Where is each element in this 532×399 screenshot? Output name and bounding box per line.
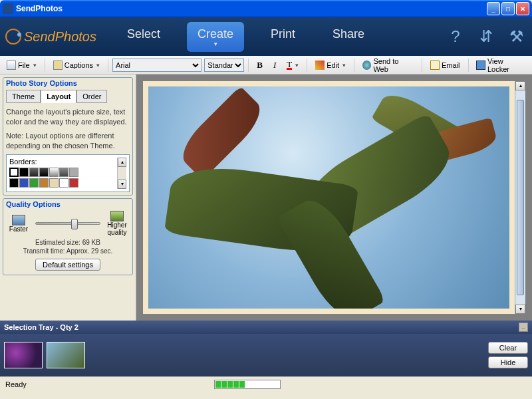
settings-icon[interactable]: ⚒ <box>507 27 527 47</box>
faster-label: Faster <box>9 225 28 233</box>
higher-quality-icon <box>110 211 124 221</box>
tab-layout[interactable]: Layout <box>41 90 76 103</box>
maximize-button[interactable]: □ <box>501 2 515 15</box>
bold-button[interactable]: B <box>253 58 267 72</box>
scroll-down-icon[interactable]: ▾ <box>515 305 525 314</box>
file-menu-button[interactable]: File ▾ <box>3 59 41 72</box>
tab-theme[interactable]: Theme <box>6 90 41 103</box>
transmit-time: Transmit time: Approx. 29 sec. <box>6 247 130 255</box>
sidebar: Photo Story Options Theme Layout Order C… <box>0 74 136 321</box>
send-web-label: Send to Web <box>373 57 414 73</box>
file-label: File <box>18 61 30 69</box>
text-color-button[interactable]: T▾ <box>283 59 303 72</box>
borders-scrollbar[interactable]: ▴ ▾ <box>117 158 126 189</box>
locker-icon <box>476 61 485 70</box>
main-navbar: SendPhotos Select Create Print Share ? ⇵… <box>0 17 532 56</box>
border-swatch[interactable] <box>19 168 29 177</box>
dropdown-icon: ▾ <box>33 62 37 68</box>
dropdown-icon: ▾ <box>342 62 346 68</box>
color-swatch[interactable] <box>59 178 68 188</box>
border-swatch[interactable] <box>29 168 39 177</box>
app-icon <box>3 3 13 14</box>
quality-title: Quality Options <box>6 200 130 208</box>
font-size-select[interactable]: Standard <box>204 59 244 72</box>
color-swatch[interactable] <box>29 178 39 188</box>
color-swatch[interactable] <box>19 178 29 188</box>
dropdown-icon: ▾ <box>295 62 299 68</box>
photo-preview[interactable] <box>148 86 509 309</box>
upload-icon[interactable]: ⇵ <box>476 27 496 47</box>
layout-description-1: Change the layout's picture size, text c… <box>6 107 130 127</box>
captions-icon <box>53 61 63 70</box>
borders-box: Borders: <box>6 154 130 192</box>
hide-button[interactable]: Hide <box>488 356 528 368</box>
border-swatch[interactable] <box>9 168 19 177</box>
tab-order[interactable]: Order <box>76 90 107 103</box>
clear-button[interactable]: Clear <box>488 342 528 354</box>
close-button[interactable]: ✕ <box>516 2 529 15</box>
captions-label: Captions <box>65 61 93 69</box>
tray-thumbnail[interactable] <box>47 342 85 368</box>
selection-tray: Clear Hide <box>0 334 532 376</box>
border-swatch[interactable] <box>69 168 78 177</box>
view-locker-label: View Locker <box>487 57 525 73</box>
edit-icon <box>315 61 325 70</box>
higher-quality-label: Higher quality <box>104 221 130 236</box>
layout-description-2: Note: Layout options are different depen… <box>6 131 130 151</box>
estimated-size: Estimated size: 69 KB <box>6 239 130 246</box>
email-icon <box>430 61 440 70</box>
color-swatch[interactable] <box>69 178 78 188</box>
status-bar: Ready <box>0 376 532 391</box>
window-titlebar: SendPhotos _ □ ✕ <box>0 0 532 17</box>
edit-label: Edit <box>327 61 339 69</box>
text-color-icon: T <box>287 61 292 70</box>
dropdown-icon: ▾ <box>96 62 100 68</box>
minimize-button[interactable]: _ <box>487 2 500 15</box>
brand-name: SendPhotos <box>24 29 96 45</box>
brand-logo-icon <box>5 29 21 45</box>
quality-slider[interactable] <box>35 222 100 225</box>
preview-canvas: ▴ ▾ <box>136 74 532 321</box>
canvas-scrollbar[interactable]: ▴ ▾ <box>515 81 525 314</box>
file-icon <box>7 61 16 70</box>
border-swatch[interactable] <box>49 168 59 177</box>
border-swatch[interactable] <box>59 168 68 177</box>
border-swatch-row-1 <box>9 168 117 177</box>
tray-title: Selection Tray - Qty 2 <box>4 323 78 331</box>
email-button[interactable]: Email <box>426 59 464 72</box>
window-title: SendPhotos <box>16 4 487 13</box>
nav-share[interactable]: Share <box>322 22 375 52</box>
color-swatch[interactable] <box>9 178 19 188</box>
toolbar: File ▾ Captions ▾ Arial Standard B I T▾ … <box>0 56 532 74</box>
email-label: Email <box>442 61 460 69</box>
borders-label: Borders: <box>9 158 117 166</box>
quality-panel: Quality Options Faster Higher quality Es… <box>3 198 133 275</box>
scrollbar-thumb[interactable] <box>517 100 524 295</box>
nav-create[interactable]: Create <box>187 22 244 52</box>
captions-menu-button[interactable]: Captions ▾ <box>49 59 104 72</box>
view-locker-button[interactable]: View Locker <box>472 55 529 75</box>
nav-print[interactable]: Print <box>260 22 306 52</box>
edit-menu-button[interactable]: Edit ▾ <box>311 59 350 72</box>
send-to-web-button[interactable]: Send to Web <box>358 55 418 75</box>
globe-icon <box>362 61 371 70</box>
border-swatch[interactable] <box>39 168 49 177</box>
slider-thumb[interactable] <box>71 219 78 229</box>
font-select[interactable]: Arial <box>112 59 201 72</box>
border-swatch-row-2 <box>9 178 117 188</box>
default-settings-button[interactable]: Default settings <box>35 259 100 271</box>
scroll-up-icon[interactable]: ▴ <box>118 158 126 167</box>
scroll-down-icon[interactable]: ▾ <box>118 180 126 189</box>
tray-thumbnail[interactable] <box>4 342 43 368</box>
tray-minimize-button[interactable]: _ <box>519 323 528 332</box>
progress-bar <box>214 380 281 389</box>
color-swatch[interactable] <box>49 178 59 188</box>
help-icon[interactable]: ? <box>446 27 466 47</box>
color-swatch[interactable] <box>39 178 49 188</box>
selection-tray-header: Selection Tray - Qty 2 _ <box>0 321 532 334</box>
nav-select[interactable]: Select <box>116 22 171 52</box>
brand-logo: SendPhotos <box>5 29 96 45</box>
faster-icon <box>12 215 25 225</box>
italic-button[interactable]: I <box>269 58 280 72</box>
scroll-up-icon[interactable]: ▴ <box>515 81 525 90</box>
